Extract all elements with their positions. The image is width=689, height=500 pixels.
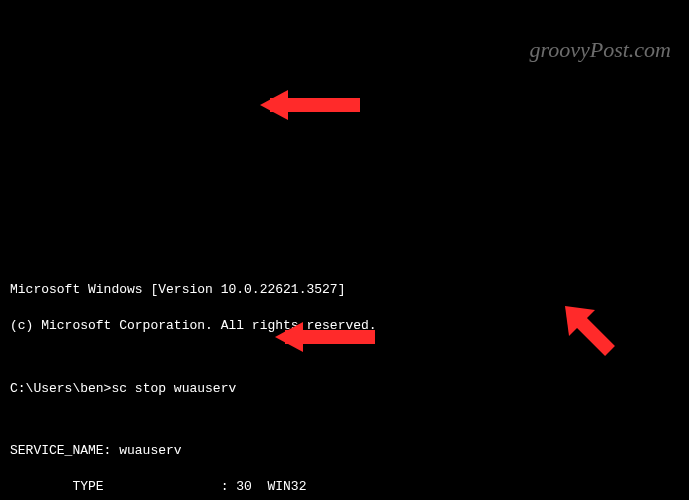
command-text: sc stop wuauserv [111,381,236,396]
arrow-annotation-3 [275,282,385,375]
arrow-annotation-1 [260,50,370,143]
service-name-line: SERVICE_NAME: wuauserv [10,442,679,460]
prompt-text: C:\Users\ben> [10,381,111,396]
watermark-text: groovyPost.com [529,35,671,66]
output-type: TYPE : 30 WIN32 [10,478,679,496]
arrow-annotation-2 [555,260,625,385]
